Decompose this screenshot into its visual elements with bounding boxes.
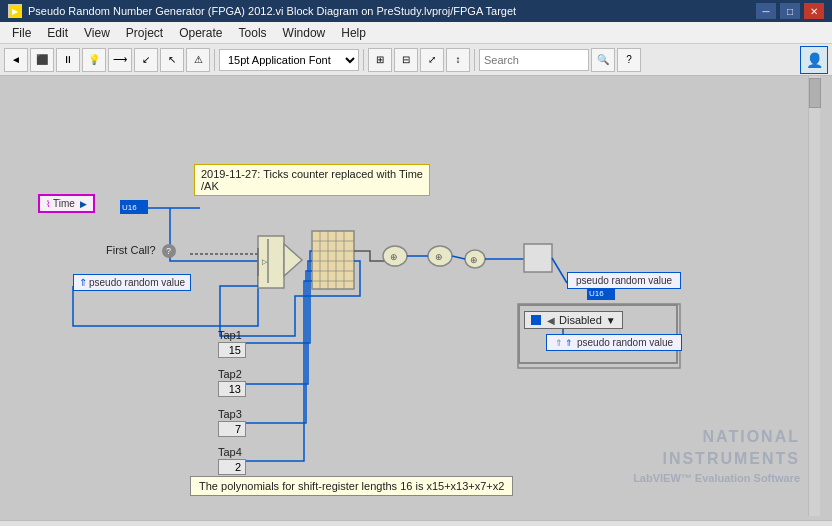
pseudo-input-block[interactable]: ⇑ pseudo random value xyxy=(73,274,191,291)
svg-text:⊕: ⊕ xyxy=(435,252,443,262)
svg-text:U16: U16 xyxy=(589,289,604,298)
svg-marker-8 xyxy=(284,244,302,276)
tap1-label: Tap1 xyxy=(218,329,246,341)
profile-button[interactable]: 👤 xyxy=(800,46,828,74)
svg-rect-28 xyxy=(524,244,552,272)
search-input[interactable] xyxy=(479,49,589,71)
wire-icon: ⇑ xyxy=(555,338,563,348)
svg-text:⊕: ⊕ xyxy=(390,252,398,262)
menu-window[interactable]: Window xyxy=(275,24,334,42)
app-icon: ▶ xyxy=(8,4,22,18)
align-button[interactable]: ⊞ xyxy=(368,48,392,72)
ni-line1: NATIONAL xyxy=(633,426,800,448)
reorder-button[interactable]: ↕ xyxy=(446,48,470,72)
statusbar: PreStudy.lvproj/FPGA Target ◄ xyxy=(0,520,832,526)
tap4-label: Tap4 xyxy=(218,446,246,458)
disabled-block[interactable]: ◀ Disabled ▼ xyxy=(524,311,623,329)
window-controls: ─ □ ✕ xyxy=(756,3,824,19)
separator1 xyxy=(214,49,215,71)
question-icon: ? xyxy=(162,244,176,258)
diagram-wires: U16 ▷ xyxy=(0,76,820,516)
svg-line-29 xyxy=(552,258,567,283)
svg-point-23 xyxy=(465,250,485,268)
svg-point-21 xyxy=(428,246,452,266)
step-out-button[interactable]: ↖ xyxy=(160,48,184,72)
tap1-value[interactable]: 15 xyxy=(218,342,246,358)
menu-file[interactable]: File xyxy=(4,24,39,42)
pseudo-output2-block: ⇑ ⇑ pseudo random value xyxy=(546,334,682,351)
titlebar: ▶ Pseudo Random Number Generator (FPGA) … xyxy=(0,0,832,22)
note-ticks: 2019-11-27: Ticks counter replaced with … xyxy=(194,164,430,196)
menu-project[interactable]: Project xyxy=(118,24,171,42)
svg-line-26 xyxy=(452,256,465,259)
time-block[interactable]: ⌇ Time ▶ xyxy=(38,194,95,213)
separator2 xyxy=(363,49,364,71)
resize-button[interactable]: ⤢ xyxy=(420,48,444,72)
tap2-label: Tap2 xyxy=(218,368,246,380)
vertical-scrollbar[interactable] xyxy=(808,76,820,516)
disabled-indicator xyxy=(531,315,541,325)
minimize-button[interactable]: ─ xyxy=(756,3,776,19)
tap4-group: Tap4 2 xyxy=(218,446,246,475)
dropdown-arrow-icon: ▼ xyxy=(606,315,616,326)
titlebar-left: ▶ Pseudo Random Number Generator (FPGA) … xyxy=(8,4,516,18)
ni-line2: INSTRUMENTS xyxy=(633,448,800,470)
font-selector[interactable]: 15pt Application Font xyxy=(219,49,359,71)
toolbar: ◄ ⬛ ⏸ 💡 ⟶ ↙ ↖ ⚠ 15pt Application Font ⊞ … xyxy=(0,44,832,76)
warn-button[interactable]: ⚠ xyxy=(186,48,210,72)
tap2-group: Tap2 13 xyxy=(218,368,246,397)
restore-button[interactable]: □ xyxy=(780,3,800,19)
input-arrow-icon: ⇑ xyxy=(79,277,87,288)
menubar: File Edit View Project Operate Tools Win… xyxy=(0,22,832,44)
distribute-button[interactable]: ⊟ xyxy=(394,48,418,72)
canvas-area: U16 ▷ xyxy=(0,76,832,520)
scrollbar-thumb[interactable] xyxy=(809,78,821,108)
search-button[interactable]: 🔍 xyxy=(591,48,615,72)
highlight-button[interactable]: 💡 xyxy=(82,48,106,72)
time-connector: ▶ xyxy=(80,199,87,209)
window-title: Pseudo Random Number Generator (FPGA) 20… xyxy=(28,5,516,17)
block-diagram: U16 ▷ xyxy=(0,76,820,516)
svg-text:⊕: ⊕ xyxy=(470,255,478,265)
playback-icon: ◀ xyxy=(547,315,555,326)
back-button[interactable]: ◄ xyxy=(4,48,28,72)
pseudo-output2-arrow: ⇑ xyxy=(565,338,573,348)
menu-view[interactable]: View xyxy=(76,24,118,42)
tap1-group: Tap1 15 xyxy=(218,329,246,358)
run-abort-button[interactable]: ⬛ xyxy=(30,48,54,72)
menu-edit[interactable]: Edit xyxy=(39,24,76,42)
separator3 xyxy=(474,49,475,71)
close-button[interactable]: ✕ xyxy=(804,3,824,19)
svg-point-19 xyxy=(383,246,407,266)
ni-line3: LabVIEW™ Evaluation Software xyxy=(633,471,800,486)
tap3-group: Tap3 7 xyxy=(218,408,246,437)
waveform-icon: ⌇ xyxy=(46,199,50,209)
menu-help[interactable]: Help xyxy=(333,24,374,42)
menu-operate[interactable]: Operate xyxy=(171,24,230,42)
first-call-label: First Call? ? xyxy=(106,244,176,258)
svg-rect-4 xyxy=(258,236,284,288)
step-over-button[interactable]: ⟶ xyxy=(108,48,132,72)
help-button[interactable]: ? xyxy=(617,48,641,72)
tap4-value[interactable]: 2 xyxy=(218,459,246,475)
menu-tools[interactable]: Tools xyxy=(231,24,275,42)
svg-rect-9 xyxy=(312,231,354,289)
step-into-button[interactable]: ↙ xyxy=(134,48,158,72)
ni-watermark: NATIONAL INSTRUMENTS LabVIEW™ Evaluation… xyxy=(633,426,800,486)
tap2-value[interactable]: 13 xyxy=(218,381,246,397)
tap3-label: Tap3 xyxy=(218,408,246,420)
svg-text:U16: U16 xyxy=(122,203,137,212)
pause-button[interactable]: ⏸ xyxy=(56,48,80,72)
polynomial-note: The polynomials for shift-register lengt… xyxy=(190,476,513,496)
pseudo-output-block: pseudo random value xyxy=(567,272,681,289)
svg-text:▷: ▷ xyxy=(262,258,268,265)
tap3-value[interactable]: 7 xyxy=(218,421,246,437)
svg-rect-1 xyxy=(120,200,148,214)
